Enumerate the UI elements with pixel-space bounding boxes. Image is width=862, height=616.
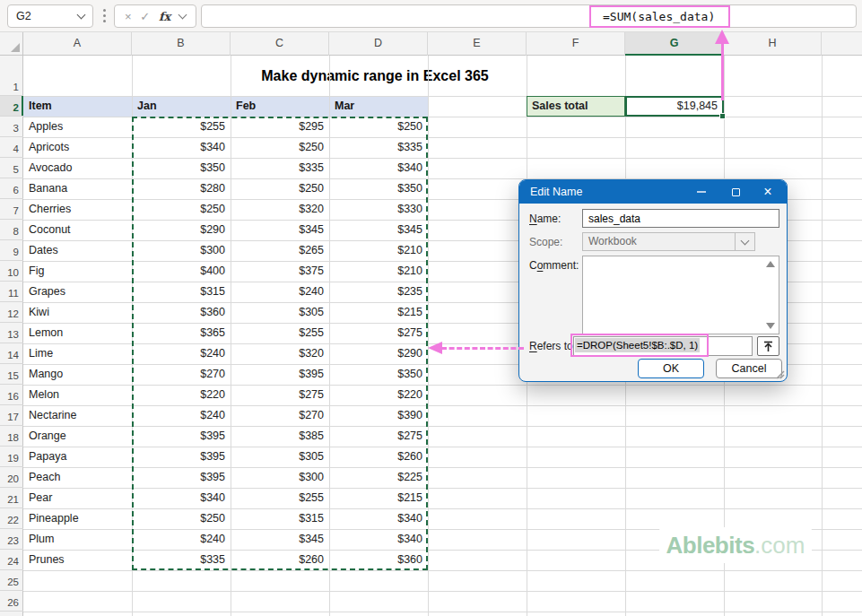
cell-C22[interactable]: $315 <box>231 508 329 529</box>
cell-D6[interactable]: $350 <box>329 178 428 199</box>
cell-D24[interactable]: $360 <box>329 550 428 570</box>
cell-B14[interactable]: $240 <box>132 343 231 364</box>
row-header-4[interactable]: 4 <box>0 137 23 158</box>
cell-B3[interactable]: $255 <box>132 117 231 137</box>
cell-B20[interactable]: $395 <box>132 467 231 488</box>
cell-C9[interactable]: $265 <box>231 240 329 261</box>
row-header-22[interactable]: 22 <box>0 508 23 529</box>
row-header-19[interactable]: 19 <box>0 447 23 467</box>
ok-button[interactable]: OK <box>638 359 704 378</box>
row-header-15[interactable]: 15 <box>0 364 23 385</box>
column-header-G[interactable]: G <box>625 32 724 56</box>
select-all-corner[interactable] <box>0 32 23 56</box>
cell-D9[interactable]: $210 <box>329 240 428 261</box>
cell-A21[interactable]: Pear <box>23 488 132 508</box>
cell-B18[interactable]: $395 <box>132 426 231 447</box>
row-header-23[interactable]: 23 <box>0 529 23 550</box>
cell-C18[interactable]: $385 <box>231 426 329 447</box>
cell-C8[interactable]: $345 <box>231 220 329 240</box>
cell-A7[interactable]: Cherries <box>23 199 132 220</box>
column-header-D[interactable]: D <box>329 32 428 56</box>
collapse-dialog-button[interactable] <box>757 336 779 356</box>
cell-A10[interactable]: Fig <box>23 261 132 282</box>
cell-D22[interactable]: $340 <box>329 508 428 529</box>
fill-handle[interactable] <box>719 113 726 119</box>
row-header-10[interactable]: 10 <box>0 261 23 282</box>
cell-A23[interactable]: Plum <box>23 529 132 550</box>
row-header-24[interactable]: 24 <box>0 550 23 570</box>
cell-C10[interactable]: $375 <box>231 261 329 282</box>
cell-C24[interactable]: $260 <box>231 550 329 570</box>
cell-B4[interactable]: $340 <box>132 137 231 158</box>
row-header-8[interactable]: 8 <box>0 220 23 240</box>
column-header-C[interactable]: C <box>231 32 329 56</box>
cell-D13[interactable]: $275 <box>329 323 428 343</box>
scroll-up-icon[interactable] <box>766 261 775 267</box>
resize-grip-icon[interactable] <box>774 369 785 379</box>
maximize-icon[interactable] <box>720 180 751 204</box>
cell-B23[interactable]: $240 <box>132 529 231 550</box>
cell-B8[interactable]: $290 <box>132 220 231 240</box>
cell-A17[interactable]: Nectarine <box>23 405 132 426</box>
cell-C12[interactable]: $305 <box>231 302 329 323</box>
cell-D10[interactable]: $210 <box>329 261 428 282</box>
cell-C3[interactable]: $295 <box>231 117 329 137</box>
cell-A4[interactable]: Apricots <box>23 137 132 158</box>
cell-B19[interactable]: $395 <box>132 447 231 467</box>
cell-A19[interactable]: Papaya <box>23 447 132 467</box>
chevron-down-icon[interactable] <box>77 11 86 20</box>
row-header-12[interactable]: 12 <box>0 302 23 323</box>
cell-D4[interactable]: $335 <box>329 137 428 158</box>
row-header-3[interactable]: 3 <box>0 117 23 137</box>
cell-C17[interactable]: $270 <box>231 405 329 426</box>
cell-B10[interactable]: $400 <box>132 261 231 282</box>
cell-A15[interactable]: Mango <box>23 364 132 385</box>
formula-bar-input[interactable] <box>201 4 857 28</box>
cell-A24[interactable]: Prunes <box>23 550 132 570</box>
name-box[interactable]: G2 <box>7 4 93 28</box>
cell-B13[interactable]: $365 <box>132 323 231 343</box>
row-header-6[interactable]: 6 <box>0 178 23 199</box>
cell-C20[interactable]: $300 <box>231 467 329 488</box>
cell-A9[interactable]: Dates <box>23 240 132 261</box>
row-header-18[interactable]: 18 <box>0 426 23 447</box>
row-header-1[interactable]: 1 <box>0 56 23 96</box>
minimize-icon[interactable] <box>686 180 717 204</box>
cell-B6[interactable]: $280 <box>132 178 231 199</box>
chevron-down-icon[interactable] <box>178 10 187 19</box>
cell-A12[interactable]: Kiwi <box>23 302 132 323</box>
cell-C7[interactable]: $320 <box>231 199 329 220</box>
cell-D7[interactable]: $330 <box>329 199 428 220</box>
header-cell-item[interactable]: Item <box>23 96 132 117</box>
scope-dropdown[interactable]: Workbook <box>582 232 755 251</box>
column-header-E[interactable]: E <box>428 32 527 56</box>
cell-C6[interactable]: $250 <box>231 178 329 199</box>
header-cell-jan[interactable]: Jan <box>132 96 231 117</box>
cell-D5[interactable]: $340 <box>329 158 428 178</box>
cell-D20[interactable]: $225 <box>329 467 428 488</box>
cell-B9[interactable]: $300 <box>132 240 231 261</box>
row-header-5[interactable]: 5 <box>0 158 23 178</box>
header-cell-mar[interactable]: Mar <box>329 96 428 117</box>
enter-icon[interactable]: ✓ <box>140 10 150 23</box>
cell-A3[interactable]: Apples <box>23 117 132 137</box>
cell-B7[interactable]: $250 <box>132 199 231 220</box>
cell-C13[interactable]: $255 <box>231 323 329 343</box>
cell-C14[interactable]: $320 <box>231 343 329 364</box>
cancel-icon[interactable]: × <box>125 10 132 23</box>
column-header-A[interactable]: A <box>23 32 132 56</box>
column-header-H[interactable]: H <box>724 32 822 56</box>
cell-C16[interactable]: $275 <box>231 385 329 405</box>
row-header-7[interactable]: 7 <box>0 199 23 220</box>
cell-D21[interactable]: $215 <box>329 488 428 508</box>
row-header-11[interactable]: 11 <box>0 282 23 302</box>
cell-A16[interactable]: Melon <box>23 385 132 405</box>
cell-B21[interactable]: $340 <box>132 488 231 508</box>
scroll-down-icon[interactable] <box>766 323 775 329</box>
cell-B16[interactable]: $220 <box>132 385 231 405</box>
cell-B15[interactable]: $270 <box>132 364 231 385</box>
cell-A11[interactable]: Grapes <box>23 282 132 302</box>
cell-C4[interactable]: $250 <box>231 137 329 158</box>
name-field[interactable] <box>582 209 779 228</box>
column-header-B[interactable]: B <box>132 32 231 56</box>
